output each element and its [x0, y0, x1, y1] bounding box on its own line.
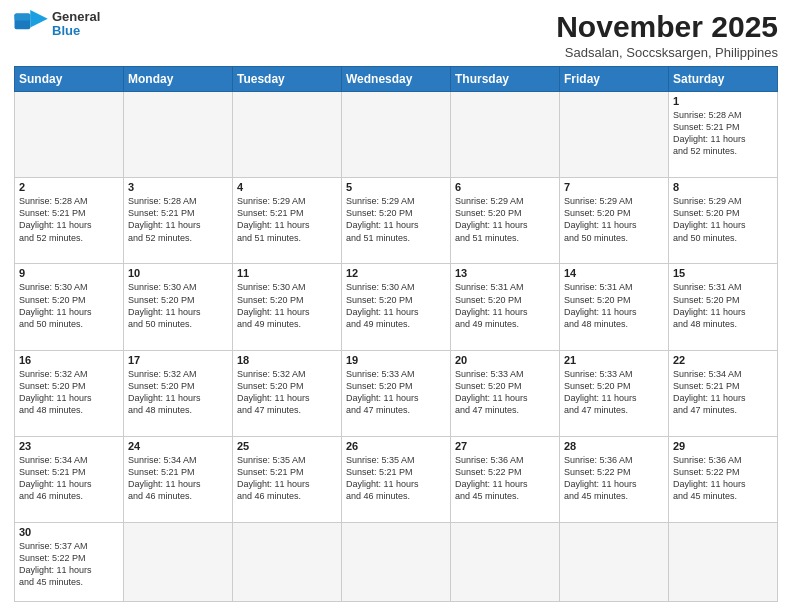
table-row: 25Sunrise: 5:35 AM Sunset: 5:21 PM Dayli…	[233, 436, 342, 522]
logo-icon	[14, 10, 50, 38]
day-number: 24	[128, 440, 228, 452]
header-thursday: Thursday	[451, 67, 560, 92]
logo-area: General Blue	[14, 10, 100, 39]
header-friday: Friday	[560, 67, 669, 92]
table-row	[669, 523, 778, 602]
day-info: Sunrise: 5:32 AM Sunset: 5:20 PM Dayligh…	[128, 368, 228, 417]
header: General Blue November 2025 Sadsalan, Soc…	[14, 10, 778, 60]
calendar-week-row: 30Sunrise: 5:37 AM Sunset: 5:22 PM Dayli…	[15, 523, 778, 602]
day-number: 6	[455, 181, 555, 193]
day-number: 9	[19, 267, 119, 279]
calendar-week-row: 2Sunrise: 5:28 AM Sunset: 5:21 PM Daylig…	[15, 178, 778, 264]
day-info: Sunrise: 5:36 AM Sunset: 5:22 PM Dayligh…	[564, 454, 664, 503]
day-info: Sunrise: 5:33 AM Sunset: 5:20 PM Dayligh…	[564, 368, 664, 417]
day-info: Sunrise: 5:32 AM Sunset: 5:20 PM Dayligh…	[19, 368, 119, 417]
day-info: Sunrise: 5:35 AM Sunset: 5:21 PM Dayligh…	[346, 454, 446, 503]
day-info: Sunrise: 5:28 AM Sunset: 5:21 PM Dayligh…	[19, 195, 119, 244]
day-info: Sunrise: 5:36 AM Sunset: 5:22 PM Dayligh…	[455, 454, 555, 503]
table-row: 29Sunrise: 5:36 AM Sunset: 5:22 PM Dayli…	[669, 436, 778, 522]
day-number: 21	[564, 354, 664, 366]
day-number: 29	[673, 440, 773, 452]
day-number: 22	[673, 354, 773, 366]
table-row: 10Sunrise: 5:30 AM Sunset: 5:20 PM Dayli…	[124, 264, 233, 350]
table-row: 17Sunrise: 5:32 AM Sunset: 5:20 PM Dayli…	[124, 350, 233, 436]
table-row: 4Sunrise: 5:29 AM Sunset: 5:21 PM Daylig…	[233, 178, 342, 264]
day-number: 14	[564, 267, 664, 279]
table-row: 7Sunrise: 5:29 AM Sunset: 5:20 PM Daylig…	[560, 178, 669, 264]
svg-rect-2	[15, 14, 31, 21]
table-row	[124, 523, 233, 602]
table-row: 24Sunrise: 5:34 AM Sunset: 5:21 PM Dayli…	[124, 436, 233, 522]
table-row: 22Sunrise: 5:34 AM Sunset: 5:21 PM Dayli…	[669, 350, 778, 436]
day-info: Sunrise: 5:31 AM Sunset: 5:20 PM Dayligh…	[673, 281, 773, 330]
table-row: 15Sunrise: 5:31 AM Sunset: 5:20 PM Dayli…	[669, 264, 778, 350]
day-number: 4	[237, 181, 337, 193]
day-number: 27	[455, 440, 555, 452]
table-row: 21Sunrise: 5:33 AM Sunset: 5:20 PM Dayli…	[560, 350, 669, 436]
table-row: 13Sunrise: 5:31 AM Sunset: 5:20 PM Dayli…	[451, 264, 560, 350]
day-number: 1	[673, 95, 773, 107]
day-number: 23	[19, 440, 119, 452]
day-info: Sunrise: 5:29 AM Sunset: 5:20 PM Dayligh…	[564, 195, 664, 244]
day-info: Sunrise: 5:33 AM Sunset: 5:20 PM Dayligh…	[346, 368, 446, 417]
table-row	[342, 523, 451, 602]
day-info: Sunrise: 5:33 AM Sunset: 5:20 PM Dayligh…	[455, 368, 555, 417]
day-info: Sunrise: 5:31 AM Sunset: 5:20 PM Dayligh…	[564, 281, 664, 330]
title-area: November 2025 Sadsalan, Soccsksargen, Ph…	[556, 10, 778, 60]
table-row: 26Sunrise: 5:35 AM Sunset: 5:21 PM Dayli…	[342, 436, 451, 522]
day-info: Sunrise: 5:34 AM Sunset: 5:21 PM Dayligh…	[673, 368, 773, 417]
table-row: 20Sunrise: 5:33 AM Sunset: 5:20 PM Dayli…	[451, 350, 560, 436]
day-number: 10	[128, 267, 228, 279]
day-number: 13	[455, 267, 555, 279]
day-info: Sunrise: 5:29 AM Sunset: 5:21 PM Dayligh…	[237, 195, 337, 244]
table-row: 11Sunrise: 5:30 AM Sunset: 5:20 PM Dayli…	[233, 264, 342, 350]
day-number: 26	[346, 440, 446, 452]
table-row: 30Sunrise: 5:37 AM Sunset: 5:22 PM Dayli…	[15, 523, 124, 602]
table-row	[342, 92, 451, 178]
table-row	[560, 92, 669, 178]
month-title: November 2025	[556, 10, 778, 43]
day-number: 20	[455, 354, 555, 366]
table-row	[233, 92, 342, 178]
table-row	[451, 92, 560, 178]
day-info: Sunrise: 5:31 AM Sunset: 5:20 PM Dayligh…	[455, 281, 555, 330]
day-number: 15	[673, 267, 773, 279]
table-row	[451, 523, 560, 602]
day-number: 28	[564, 440, 664, 452]
day-number: 19	[346, 354, 446, 366]
logo-blue: Blue	[52, 24, 100, 38]
calendar-week-row: 9Sunrise: 5:30 AM Sunset: 5:20 PM Daylig…	[15, 264, 778, 350]
day-info: Sunrise: 5:28 AM Sunset: 5:21 PM Dayligh…	[673, 109, 773, 158]
header-monday: Monday	[124, 67, 233, 92]
day-info: Sunrise: 5:30 AM Sunset: 5:20 PM Dayligh…	[128, 281, 228, 330]
page: General Blue November 2025 Sadsalan, Soc…	[0, 0, 792, 612]
day-info: Sunrise: 5:30 AM Sunset: 5:20 PM Dayligh…	[237, 281, 337, 330]
day-number: 7	[564, 181, 664, 193]
day-info: Sunrise: 5:29 AM Sunset: 5:20 PM Dayligh…	[455, 195, 555, 244]
table-row: 3Sunrise: 5:28 AM Sunset: 5:21 PM Daylig…	[124, 178, 233, 264]
day-number: 17	[128, 354, 228, 366]
header-sunday: Sunday	[15, 67, 124, 92]
svg-marker-1	[30, 10, 48, 28]
day-info: Sunrise: 5:37 AM Sunset: 5:22 PM Dayligh…	[19, 540, 119, 589]
day-number: 2	[19, 181, 119, 193]
table-row: 6Sunrise: 5:29 AM Sunset: 5:20 PM Daylig…	[451, 178, 560, 264]
logo: General Blue	[14, 10, 100, 39]
table-row: 18Sunrise: 5:32 AM Sunset: 5:20 PM Dayli…	[233, 350, 342, 436]
day-info: Sunrise: 5:30 AM Sunset: 5:20 PM Dayligh…	[346, 281, 446, 330]
table-row: 1Sunrise: 5:28 AM Sunset: 5:21 PM Daylig…	[669, 92, 778, 178]
table-row: 2Sunrise: 5:28 AM Sunset: 5:21 PM Daylig…	[15, 178, 124, 264]
table-row	[15, 92, 124, 178]
day-info: Sunrise: 5:29 AM Sunset: 5:20 PM Dayligh…	[673, 195, 773, 244]
table-row	[233, 523, 342, 602]
table-row: 27Sunrise: 5:36 AM Sunset: 5:22 PM Dayli…	[451, 436, 560, 522]
day-number: 25	[237, 440, 337, 452]
location-subtitle: Sadsalan, Soccsksargen, Philippines	[556, 45, 778, 60]
table-row: 5Sunrise: 5:29 AM Sunset: 5:20 PM Daylig…	[342, 178, 451, 264]
header-tuesday: Tuesday	[233, 67, 342, 92]
day-info: Sunrise: 5:32 AM Sunset: 5:20 PM Dayligh…	[237, 368, 337, 417]
day-number: 5	[346, 181, 446, 193]
day-info: Sunrise: 5:35 AM Sunset: 5:21 PM Dayligh…	[237, 454, 337, 503]
table-row: 12Sunrise: 5:30 AM Sunset: 5:20 PM Dayli…	[342, 264, 451, 350]
logo-general: General	[52, 10, 100, 24]
